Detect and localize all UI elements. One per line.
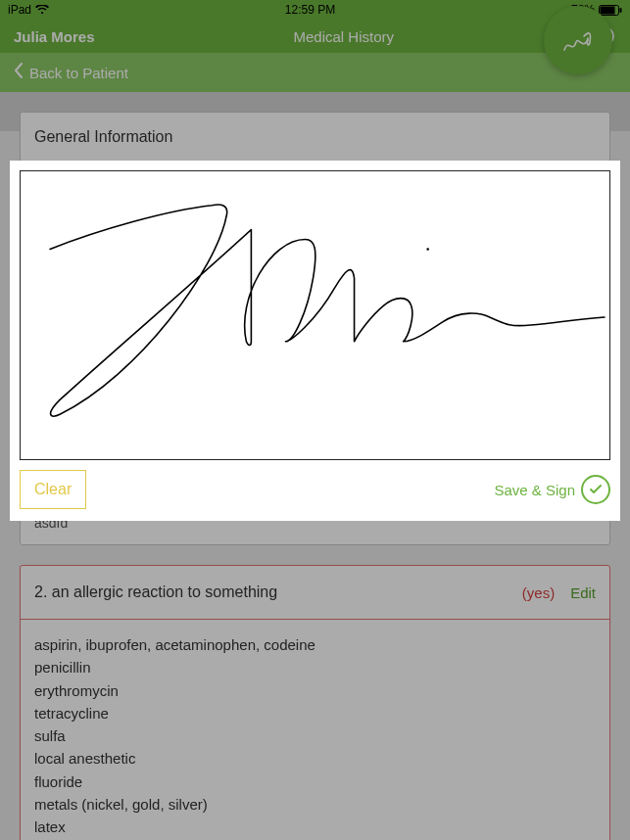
check-circle-icon: [581, 475, 610, 504]
signature-modal: Clear Save & Sign: [10, 161, 620, 521]
save-sign-label: Save & Sign: [494, 482, 575, 498]
save-sign-button[interactable]: Save & Sign: [494, 475, 610, 504]
svg-point-5: [426, 248, 429, 251]
signature-canvas[interactable]: [20, 170, 610, 460]
clear-button[interactable]: Clear: [20, 470, 86, 509]
